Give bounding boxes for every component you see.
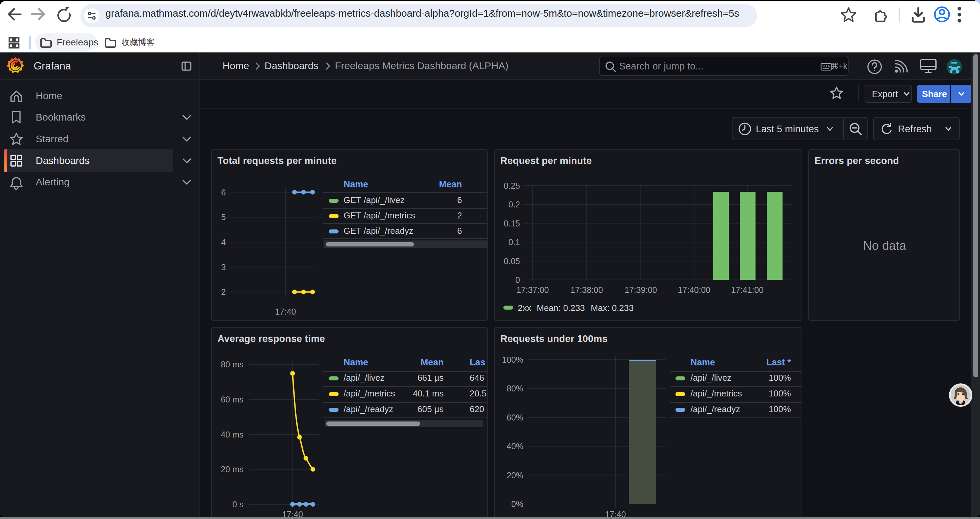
svg-text:No data: No data [863,239,906,252]
svg-text:17:40: 17:40 [275,307,296,316]
svg-text:17:40:00: 17:40:00 [678,285,710,295]
svg-text:6: 6 [457,226,462,236]
svg-text:0 s: 0 s [232,500,243,509]
svg-text:Last *: Last * [766,357,791,367]
svg-text:6: 6 [457,195,462,205]
svg-text:Las: Las [470,357,485,367]
svg-text:/api/_/readyz: /api/_/readyz [690,404,740,414]
svg-text:/api/_/livez: /api/_/livez [690,373,732,383]
svg-text:620: 620 [470,404,484,414]
svg-text:17:38:00: 17:38:00 [570,285,603,295]
svg-text:60%: 60% [507,413,523,422]
svg-text:/api/_/metrics: /api/_/metrics [344,388,395,398]
svg-text:0.1: 0.1 [508,238,520,247]
svg-text:GET /api/_/livez: GET /api/_/livez [344,195,405,205]
svg-text:Name: Name [344,179,368,189]
svg-text:Mean: Mean [439,179,462,189]
svg-text:Mean: Mean [421,357,444,367]
svg-text:40%: 40% [507,442,523,451]
svg-text:0.15: 0.15 [504,219,520,228]
svg-text:2: 2 [221,287,226,297]
svg-text:17:39:00: 17:39:00 [624,285,657,295]
svg-text:Max: 0.233: Max: 0.233 [591,303,634,313]
svg-text:0: 0 [515,275,520,284]
svg-text:5: 5 [221,212,226,222]
svg-text:17:40: 17:40 [605,509,626,517]
svg-text:0%: 0% [511,499,523,509]
svg-text:GET /api/_/readyz: GET /api/_/readyz [344,226,413,236]
svg-text:2: 2 [457,211,462,220]
svg-text:6: 6 [221,188,226,197]
svg-text:17:41:00: 17:41:00 [731,285,764,295]
svg-text:20%: 20% [507,471,523,480]
svg-text:40 ms: 40 ms [221,430,243,439]
svg-text:100%: 100% [769,388,791,398]
svg-text:/api/_/livez: /api/_/livez [344,373,385,383]
svg-text:100%: 100% [502,355,523,364]
svg-text:GET /api/_/metrics: GET /api/_/metrics [344,211,415,220]
svg-text:100%: 100% [769,404,791,414]
svg-text:80%: 80% [507,384,523,393]
svg-text:3: 3 [221,262,226,272]
svg-text:/api/_/readyz: /api/_/readyz [344,404,393,414]
svg-text:Mean: 0.233: Mean: 0.233 [537,303,585,313]
svg-text:661 µs: 661 µs [417,373,444,383]
svg-text:2xx: 2xx [518,303,531,313]
svg-text:60 ms: 60 ms [221,395,243,404]
svg-text:80 ms: 80 ms [221,360,243,369]
svg-text:0.2: 0.2 [508,200,520,209]
svg-text:0.25: 0.25 [504,181,520,190]
svg-text:4: 4 [221,238,226,247]
svg-text:Name: Name [690,357,715,367]
svg-text:0.05: 0.05 [504,257,520,266]
svg-text:17:37:00: 17:37:00 [516,285,549,295]
svg-text:20 ms: 20 ms [221,465,243,474]
svg-text:17:40: 17:40 [282,509,303,517]
svg-text:646: 646 [470,373,484,383]
svg-text:100%: 100% [769,373,791,383]
svg-text:/api/_/metrics: /api/_/metrics [690,388,742,398]
svg-text:40.1 ms: 40.1 ms [413,388,444,398]
svg-text:20.5 m: 20.5 m [470,388,487,398]
svg-text:Name: Name [344,357,368,367]
svg-text:605 µs: 605 µs [417,404,444,414]
